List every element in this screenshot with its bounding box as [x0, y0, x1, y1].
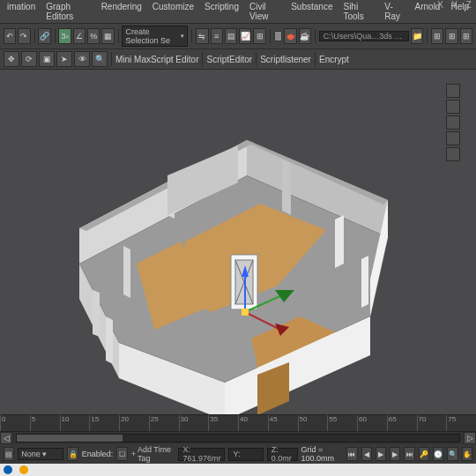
play-start-button[interactable]: ⏮	[346, 447, 357, 461]
plus-icon: +	[131, 450, 136, 458]
menu-vray[interactable]: V-Ray	[381, 1, 407, 22]
scale-tool[interactable]: ▣	[39, 51, 55, 67]
pan-button[interactable]: ✋	[462, 447, 472, 461]
svg-marker-18	[106, 316, 113, 364]
lock-selection-button[interactable]: 🔒	[67, 447, 78, 461]
snap-toggle[interactable]: 3o	[58, 28, 71, 44]
layers-button[interactable]: ▤	[225, 28, 237, 44]
menu-substance[interactable]: Substance	[287, 1, 336, 22]
axis-x[interactable]: X	[435, 0, 446, 10]
axis-selector[interactable]: X Y Z	[435, 0, 474, 10]
svg-marker-16	[335, 215, 344, 268]
file-path-field[interactable]: C:\Users\Qua…3ds Max 2023	[319, 31, 409, 41]
view-button-2[interactable]: 🔍	[92, 51, 108, 67]
menu-rendering[interactable]: Rendering	[98, 1, 145, 22]
maxscript-editor-label[interactable]: Mini MaxScript Editor	[115, 55, 198, 64]
align-button[interactable]: ≡	[211, 28, 223, 44]
taskbar-icon-2[interactable]	[19, 465, 28, 474]
workspace-button-1[interactable]: ⊞	[431, 28, 443, 44]
curve-editor-button[interactable]: 📈	[239, 28, 251, 44]
add-time-tag-button[interactable]: + Add Time Tag	[131, 445, 172, 463]
scrub-handle[interactable]	[17, 435, 123, 442]
svg-marker-14	[282, 160, 291, 215]
play-next-button[interactable]: ▶	[390, 447, 400, 461]
svg-rect-31	[242, 309, 249, 316]
main-menu[interactable]: imation Graph Editors Rendering Customiz…	[0, 0, 476, 24]
link-button[interactable]: 🔗	[38, 28, 50, 44]
y-coordinate-field[interactable]: Y:	[228, 448, 263, 461]
time-slider[interactable]: 0 5 10 15 20 25 30 35 40 45 50 55 60 65 …	[0, 414, 476, 443]
select-tool[interactable]: ➤	[56, 51, 72, 67]
main-toolbar: ↶ ↷ 🔗 3o ∠ % ▦ Create Selection Se▾ ⇋ ≡ …	[0, 24, 476, 49]
track-prev-button[interactable]: ◁	[0, 432, 12, 444]
menu-scripting[interactable]: Scripting	[201, 1, 242, 22]
play-end-button[interactable]: ⏭	[404, 447, 414, 461]
menu-animation[interactable]: imation	[4, 1, 39, 22]
create-panel-icon[interactable]	[446, 84, 460, 98]
material-swatch[interactable]	[274, 31, 283, 41]
maxscript-mini-listener[interactable]: ▤	[4, 447, 14, 461]
x-coordinate-field[interactable]: X: 761.976mr	[178, 448, 225, 461]
motion-panel-icon[interactable]	[446, 131, 460, 145]
render-setup-button[interactable]: 🫖	[284, 28, 296, 44]
schematic-button[interactable]: ⊞	[253, 28, 265, 44]
key-mode-button[interactable]: 🔑	[419, 447, 429, 461]
enabled-label: Enabled:	[82, 450, 114, 458]
script-editor-label[interactable]: ScriptEditor	[206, 55, 252, 64]
menu-customize[interactable]: Customize	[149, 1, 197, 22]
menu-sihi-tools[interactable]: Sihi Tools	[339, 1, 377, 22]
svg-marker-19	[93, 290, 100, 337]
menu-civil-view[interactable]: Civil View	[246, 1, 284, 22]
chevron-down-icon: ▾	[181, 33, 184, 40]
track-bar[interactable]: ◁ ▷	[0, 432, 476, 444]
os-taskbar[interactable]	[0, 464, 476, 476]
grid-snap-button[interactable]: ▦	[101, 28, 114, 44]
view-button-1[interactable]: 👁	[74, 51, 90, 67]
encrypt-label[interactable]: Encrypt	[319, 55, 349, 64]
enabled-checkbox[interactable]: ☐	[116, 447, 127, 461]
selection-set-dropdown[interactable]: Create Selection Se▾	[122, 26, 188, 47]
script-toolbar: ✥ ⟳ ▣ ➤ 👁 🔍 Mini MaxScript Editor Script…	[0, 49, 476, 70]
axis-y[interactable]: Y	[449, 0, 460, 10]
track-next-button[interactable]: ▷	[464, 432, 476, 444]
menu-graph-editors[interactable]: Graph Editors	[42, 1, 93, 22]
perspective-viewport[interactable]	[0, 70, 476, 414]
render-frame-button[interactable]: ☕	[299, 28, 311, 44]
status-bar: ▤ None ▾ 🔒 Enabled: ☐ + Add Time Tag X: …	[0, 443, 476, 464]
play-prev-button[interactable]: ◀	[361, 447, 372, 461]
command-panel-edge[interactable]	[446, 84, 460, 161]
svg-marker-15	[123, 246, 130, 298]
display-panel-icon[interactable]	[446, 147, 460, 161]
grid-size-label: Grid = 100.0mm	[301, 445, 344, 463]
move-tool[interactable]: ✥	[4, 51, 19, 67]
workspace-button-3[interactable]: ⊞	[460, 28, 472, 44]
svg-marker-17	[361, 256, 368, 308]
undo-button[interactable]: ↶	[4, 28, 16, 44]
rotate-tool[interactable]: ⟳	[21, 51, 37, 67]
taskbar-icon-1[interactable]	[4, 465, 12, 474]
selection-lock-dropdown[interactable]: None ▾	[18, 448, 63, 460]
axis-z[interactable]: Z	[463, 0, 474, 10]
play-button[interactable]: ▶	[376, 447, 386, 461]
percent-snap-button[interactable]: %	[87, 28, 100, 44]
zoom-extents-button[interactable]: 🔍	[447, 447, 457, 461]
frame-ruler[interactable]: 0 5 10 15 20 25 30 35 40 45 50 55 60 65 …	[0, 415, 476, 432]
mirror-button[interactable]: ⇋	[196, 28, 208, 44]
angle-snap-button[interactable]: ∠	[73, 28, 86, 44]
open-file-button[interactable]: 📁	[411, 28, 423, 44]
hierarchy-panel-icon[interactable]	[446, 115, 460, 130]
redo-button[interactable]: ↷	[18, 28, 30, 44]
time-config-button[interactable]: 🕓	[433, 447, 443, 461]
floor-plan-model	[35, 87, 441, 414]
script-listener-label[interactable]: Scriptlistener	[260, 55, 311, 64]
modify-panel-icon[interactable]	[446, 100, 460, 114]
workspace-button-2[interactable]: ⊞	[445, 28, 457, 44]
z-coordinate-field[interactable]: Z: 0.0mr	[267, 448, 298, 461]
